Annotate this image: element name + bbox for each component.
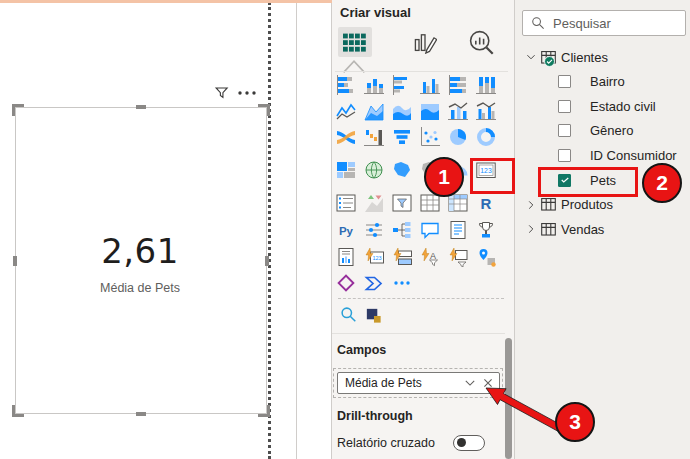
analytics-icon	[468, 29, 494, 55]
cross-report-label: Relatório cruzado	[337, 436, 435, 450]
field-checkbox[interactable]	[558, 75, 571, 88]
selection-handle-right-middle[interactable]	[265, 256, 269, 266]
field-name: Gênero	[590, 123, 633, 138]
drillthrough-title: Drill-through	[337, 409, 413, 423]
visual-hover-header	[214, 82, 270, 104]
svg-text:R: R	[481, 195, 492, 212]
chevron-right-icon[interactable]	[525, 199, 537, 211]
selection-handle-bottom-middle[interactable]	[136, 412, 146, 416]
format-swatch-icon[interactable]	[364, 306, 383, 325]
tab-format-visual[interactable]	[408, 27, 442, 57]
visual-more-options-icon[interactable]	[237, 83, 257, 103]
table-name: Vendas	[561, 222, 604, 237]
selection-handle-bottom-right[interactable]	[258, 405, 270, 417]
visual-new-text-slicer-icon[interactable]: A	[419, 246, 441, 268]
visual-numeric-range-slicer-icon[interactable]	[363, 219, 385, 241]
visual-stacked-column-chart-icon[interactable]	[363, 74, 385, 96]
visual-multi-row-card-icon[interactable]	[335, 192, 357, 214]
visual-python-script-icon[interactable]: Py	[335, 219, 357, 241]
visual-decomposition-tree-icon[interactable]	[391, 219, 413, 241]
table-icon	[540, 196, 557, 213]
format-visual-icon	[413, 30, 437, 54]
visual-treemap-icon[interactable]	[335, 159, 357, 181]
chevron-down-icon[interactable]	[525, 51, 537, 63]
visual-paginated-report-icon[interactable]	[335, 246, 357, 268]
search-visuals-icon[interactable]	[340, 306, 357, 323]
table-icon	[540, 49, 557, 66]
visual-power-apps-icon[interactable]	[335, 272, 357, 294]
annotation-step-1: 1	[424, 157, 464, 197]
visual-line-chart-icon[interactable]	[335, 100, 357, 122]
annotation-step-2: 2	[642, 163, 682, 203]
field-checkbox[interactable]	[558, 124, 571, 137]
visual-more-visuals-icon[interactable]	[391, 272, 413, 294]
visual-map-icon[interactable]	[363, 159, 385, 181]
divider	[332, 333, 505, 334]
visual-funnel-chart-icon[interactable]	[391, 126, 413, 148]
divider	[335, 71, 508, 72]
table-name: Clientes	[561, 50, 608, 65]
visual-slicer-icon[interactable]	[391, 192, 413, 214]
field-well-value: Média de Pets	[338, 376, 464, 390]
visual-smart-narrative-icon[interactable]	[447, 219, 469, 241]
visual-ribbon-chart-icon[interactable]	[335, 126, 357, 148]
search-icon	[531, 16, 545, 30]
visual-new-slicer-icon[interactable]	[391, 246, 413, 268]
field-name: Bairro	[590, 74, 625, 89]
selection-handle-top-left[interactable]	[12, 104, 24, 116]
table-selected-badge-icon	[544, 56, 555, 67]
field-checkbox[interactable]	[558, 149, 571, 162]
visual-pie-chart-icon[interactable]	[447, 126, 469, 148]
visual-kpi-icon[interactable]	[363, 192, 385, 214]
visual-arcgis-map-icon[interactable]	[475, 246, 497, 268]
svg-text:Py: Py	[339, 225, 354, 237]
annotation-box-card-visual	[470, 158, 515, 194]
build-visual-icon	[343, 30, 367, 54]
gallery-divider-dashed	[338, 298, 504, 299]
tab-analytics[interactable]	[464, 27, 498, 57]
visual-filter-icon[interactable]	[214, 85, 231, 102]
visual-line-stacked-column-chart-icon[interactable]	[447, 100, 469, 122]
table-row-clientes[interactable]: Clientes	[515, 45, 690, 69]
visual-clustered-column-chart-icon[interactable]	[419, 74, 441, 96]
visual-area-chart-icon[interactable]	[363, 100, 385, 122]
report-canvas[interactable]: 2,61 Média de Pets	[0, 0, 296, 459]
tab-build-visual[interactable]	[338, 27, 372, 57]
visualizations-pane-title: Criar visual	[340, 5, 411, 20]
visual-r-script-icon[interactable]: R	[475, 192, 497, 214]
field-row-bairro[interactable]: Bairro	[515, 70, 690, 94]
visual-power-automate-icon[interactable]	[363, 272, 385, 294]
table-row-vendas[interactable]: Vendas	[515, 217, 690, 241]
visual-100-stacked-column-chart-icon[interactable]	[475, 74, 497, 96]
selection-handle-top-middle[interactable]	[136, 105, 146, 109]
visual-filled-map-icon[interactable]	[391, 159, 413, 181]
visual-stacked-bar-chart-icon[interactable]	[335, 74, 357, 96]
search-input[interactable]	[551, 15, 675, 32]
visual-100-stacked-bar-chart-icon[interactable]	[447, 74, 469, 96]
visual-line-clustered-column-chart-icon[interactable]	[475, 100, 497, 122]
visual-goals-icon[interactable]	[475, 219, 497, 241]
fields-section-title: Campos	[337, 343, 386, 357]
visual-100-stacked-area-chart-icon[interactable]	[419, 100, 441, 122]
visual-stacked-area-chart-icon[interactable]	[391, 100, 413, 122]
visual-new-card-icon[interactable]: 123	[363, 246, 385, 268]
visual-clustered-bar-chart-icon[interactable]	[391, 74, 413, 96]
field-checkbox[interactable]	[558, 100, 571, 113]
annotation-box-pets-field	[538, 167, 638, 197]
search-box[interactable]	[522, 10, 686, 36]
field-name: Estado civil	[590, 99, 656, 114]
annotation-step-3: 3	[555, 402, 595, 442]
selection-handle-top-right[interactable]	[258, 104, 270, 116]
visual-donut-chart-icon[interactable]	[475, 126, 497, 148]
visual-qa-icon[interactable]	[419, 219, 441, 241]
filters-pane-collapsed[interactable]: Filtros	[296, 0, 332, 459]
field-row-estado-civil[interactable]: Estado civil	[515, 94, 690, 118]
visual-scatter-chart-icon[interactable]	[419, 126, 441, 148]
card-value: 2,61	[15, 231, 265, 271]
chevron-right-icon[interactable]	[525, 223, 537, 235]
visual-new-button-slicer-icon[interactable]	[447, 246, 469, 268]
ribbon-accent-bar	[0, 0, 332, 3]
selection-handle-bottom-left[interactable]	[12, 405, 24, 417]
visual-waterfall-chart-icon[interactable]	[363, 126, 385, 148]
field-row-gênero[interactable]: Gênero	[515, 119, 690, 143]
